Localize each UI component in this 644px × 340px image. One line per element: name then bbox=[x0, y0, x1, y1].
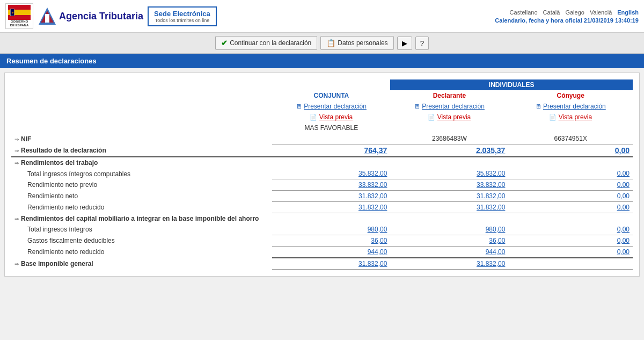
continuar-label: Continuar con la declaración bbox=[230, 39, 311, 47]
main-content: INDIVIDUALES CONJUNTA Declarante Cónyuge… bbox=[4, 73, 640, 277]
row-label: Rendimiento neto reducido bbox=[14, 204, 104, 211]
section-title-bar: Resumen de declaraciones bbox=[0, 54, 644, 68]
arrow-icon: ⇒ bbox=[14, 216, 19, 222]
declarante-value: 36,00 bbox=[390, 235, 508, 246]
conjunta-value bbox=[272, 157, 390, 168]
row-label: NIF bbox=[21, 135, 31, 143]
conjunta-value: 33.832,00 bbox=[272, 179, 390, 191]
presentar-conyuge-link[interactable]: Presentar declaración bbox=[543, 103, 606, 110]
calendar-icon: 📋 bbox=[326, 39, 335, 47]
declarante-value: 23686483W bbox=[390, 133, 508, 144]
table-row: Rendimiento neto reducido944,00944,000,0… bbox=[11, 246, 633, 258]
presentar-declarante-icon: 🖹 bbox=[414, 103, 420, 110]
sede-subtitle: Todos los trámites on line bbox=[154, 18, 210, 23]
svg-rect-2 bbox=[45, 14, 49, 23]
pdf-conyuge-icon: 📄 bbox=[549, 114, 557, 120]
row-label: Resultado de la declaración bbox=[21, 147, 106, 154]
continuar-button[interactable]: ✔ Continuar con la declaración bbox=[215, 36, 317, 50]
declarations-table: INDIVIDUALES CONJUNTA Declarante Cónyuge… bbox=[11, 79, 633, 270]
arrow-icon: ⇒ bbox=[14, 148, 19, 154]
row-label: Rendimiento neto bbox=[14, 192, 78, 200]
arrow-icon: ⇒ bbox=[14, 261, 19, 267]
declarante-value: 31.832,00 bbox=[390, 191, 508, 202]
declarante-value: 2.035,37 bbox=[390, 144, 508, 157]
agency-name: Agencia Tributaria bbox=[59, 11, 143, 22]
header-row-vista: 📄 Vista previa 📄 Vista previa 📄 Vista pr… bbox=[11, 112, 633, 122]
video-button[interactable]: ▶ bbox=[397, 37, 412, 50]
row-label: Rendimientos del capital mobiliario a in… bbox=[21, 215, 259, 222]
gov-logo: ✦ GOBIERNO DE ESPAÑA bbox=[5, 3, 33, 29]
sede-title: Sede Electrónica bbox=[154, 10, 210, 18]
row-label: Total ingresos íntegros computables bbox=[14, 170, 130, 178]
table-row: Rendimiento neto previo33.832,0033.832,0… bbox=[11, 179, 633, 191]
lang-english[interactable]: English bbox=[617, 9, 639, 16]
conyuge-value bbox=[508, 258, 633, 270]
sede-box: Sede Electrónica Todos los trámites on l… bbox=[148, 6, 217, 26]
header-right: Castellano Català Galego Valencià Englis… bbox=[495, 9, 639, 24]
help-button[interactable]: ? bbox=[415, 37, 429, 50]
header-row-presentar: 🖹 Presentar declaración 🖹 Presentar decl… bbox=[11, 101, 633, 112]
toolbar: ✔ Continuar con la declaración 📋 Datos p… bbox=[0, 33, 644, 54]
presentar-declarante-link[interactable]: Presentar declaración bbox=[422, 103, 485, 110]
vista-conyuge-link[interactable]: Vista previa bbox=[559, 113, 592, 121]
lang-galego[interactable]: Galego bbox=[565, 9, 584, 16]
arrow-icon: ⇒ bbox=[14, 136, 19, 142]
vista-conjunta-link[interactable]: Vista previa bbox=[319, 113, 353, 121]
table-row: ⇒Resultado de la declaración764,372.035,… bbox=[11, 144, 633, 157]
presentar-conjunta-icon: 🖹 bbox=[296, 103, 302, 110]
table-row: Total ingresos íntegros980,00980,000,00 bbox=[11, 224, 633, 235]
declarante-value: 33.832,00 bbox=[390, 179, 508, 191]
conjunta-value: 31.832,00 bbox=[272, 202, 390, 213]
pdf-conjunta-icon: 📄 bbox=[310, 114, 317, 120]
presentar-conjunta-link[interactable]: Presentar declaración bbox=[304, 103, 367, 110]
conyuge-value bbox=[508, 213, 633, 224]
declarante-value: 35.832,00 bbox=[390, 168, 508, 179]
header-row-mas-favorable: MAS FAVORABLE bbox=[11, 122, 633, 133]
declarante-value bbox=[390, 157, 508, 168]
date-line: Calendario, fecha y hora oficial 21/03/2… bbox=[495, 17, 639, 24]
conjunta-value: 980,00 bbox=[272, 224, 390, 235]
language-selector: Castellano Català Galego Valencià Englis… bbox=[495, 9, 639, 16]
row-label: Rendimiento neto reducido bbox=[14, 248, 104, 256]
table-row: ⇒Rendimientos del capital mobiliario a i… bbox=[11, 213, 633, 224]
lang-castellano[interactable]: Castellano bbox=[510, 9, 538, 16]
conjunta-value: 764,37 bbox=[272, 144, 390, 157]
at-logo: Agencia Tributaria bbox=[38, 6, 143, 26]
row-label: Rendimiento neto previo bbox=[14, 181, 97, 189]
col-declarante-header: Declarante bbox=[390, 90, 508, 101]
conyuge-value: 0,00 bbox=[508, 191, 633, 202]
conyuge-value: 0,00 bbox=[508, 246, 633, 258]
declarante-value: 944,00 bbox=[390, 246, 508, 258]
gov-line1: GOBIERNO bbox=[11, 20, 28, 23]
table-row: ⇒NIF23686483W66374951X bbox=[11, 133, 633, 144]
header-row-columns: CONJUNTA Declarante Cónyuge bbox=[11, 90, 633, 101]
header-left: ✦ GOBIERNO DE ESPAÑA Agencia Tributaria … bbox=[5, 3, 217, 29]
table-row: Gastos fiscalmente deducibles36,0036,000… bbox=[11, 235, 633, 246]
section-title-text: Resumen de declaraciones bbox=[6, 57, 97, 65]
page-header: ✦ GOBIERNO DE ESPAÑA Agencia Tributaria … bbox=[0, 0, 644, 33]
conyuge-value: 0,00 bbox=[508, 235, 633, 246]
table-row: Total ingresos íntegros computables35.83… bbox=[11, 168, 633, 179]
vista-declarante-link[interactable]: Vista previa bbox=[437, 113, 471, 121]
conyuge-value: 0,00 bbox=[508, 224, 633, 235]
table-row: ⇒Rendimientos del trabajo bbox=[11, 157, 633, 168]
conjunta-value: 36,00 bbox=[272, 235, 390, 246]
datos-personales-button[interactable]: 📋 Datos personales bbox=[320, 36, 393, 50]
presentar-conyuge-icon: 🖹 bbox=[536, 103, 541, 110]
conyuge-value: 0,00 bbox=[508, 144, 633, 157]
conjunta-value: 31.832,00 bbox=[272, 258, 390, 270]
check-icon: ✔ bbox=[221, 39, 228, 47]
pdf-declarante-icon: 📄 bbox=[428, 114, 435, 120]
declarante-value bbox=[390, 213, 508, 224]
mas-favorable-label: MAS FAVORABLE bbox=[272, 122, 390, 133]
lang-catala[interactable]: Català bbox=[543, 9, 560, 16]
table-row: Rendimiento neto31.832,0031.832,000,00 bbox=[11, 191, 633, 202]
col-conyuge-header: Cónyuge bbox=[508, 90, 633, 101]
lang-valencia[interactable]: Valencià bbox=[590, 9, 612, 16]
row-label: Base imponible general bbox=[21, 260, 93, 267]
arrow-icon: ⇒ bbox=[14, 160, 19, 166]
row-label: Gastos fiscalmente deducibles bbox=[14, 237, 115, 244]
datos-label: Datos personales bbox=[338, 39, 387, 47]
declarante-value: 31.832,00 bbox=[390, 202, 508, 213]
conyuge-value: 0,00 bbox=[508, 179, 633, 191]
